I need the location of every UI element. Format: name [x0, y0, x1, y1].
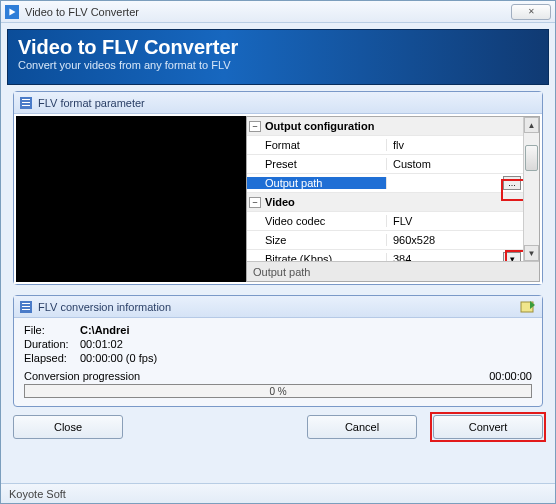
- banner-subtitle: Convert your videos from any format to F…: [18, 59, 538, 71]
- button-row: Close Cancel Convert: [13, 415, 543, 439]
- expander-icon[interactable]: –: [249, 121, 261, 132]
- format-panel-body: – Output configuration Format flv Preset…: [14, 114, 542, 284]
- scroll-up-icon[interactable]: ▲: [524, 117, 539, 133]
- section-label: Output configuration: [263, 120, 403, 132]
- grid-row-video-codec[interactable]: Video codec FLV: [247, 212, 523, 231]
- info-value: 00:01:02: [80, 338, 123, 350]
- status-bar: Koyote Soft: [1, 483, 555, 503]
- grid-value: flv: [387, 139, 523, 151]
- grid-label: Video codec: [247, 215, 387, 227]
- app-window: Video to FLV Converter ✕ Video to FLV Co…: [0, 0, 556, 504]
- format-panel-title: FLV format parameter: [38, 97, 145, 109]
- grid-row-output-path[interactable]: Output path ...: [247, 174, 523, 193]
- property-grid: – Output configuration Format flv Preset…: [246, 116, 540, 282]
- info-row-duration: Duration: 00:01:02: [24, 338, 532, 350]
- highlight-convert: [430, 412, 546, 442]
- grid-footer: Output path: [247, 261, 539, 281]
- grid-value: 960x528: [387, 234, 523, 246]
- panel-header: FLV format parameter: [14, 92, 542, 114]
- info-row-file: File: C:\Andrei: [24, 324, 532, 336]
- conversion-info-panel: FLV conversion information File: C:\Andr…: [13, 295, 543, 407]
- grid-section-output-config[interactable]: – Output configuration: [247, 117, 523, 136]
- info-value: C:\Andrei: [80, 324, 130, 336]
- info-label: Duration:: [24, 338, 80, 350]
- window-close-button[interactable]: ✕: [511, 4, 551, 20]
- cancel-button[interactable]: Cancel: [307, 415, 417, 439]
- grid-label: Output path: [247, 177, 387, 189]
- grid-row-preset[interactable]: Preset Custom: [247, 155, 523, 174]
- scroll-down-icon[interactable]: ▼: [524, 245, 539, 261]
- svg-rect-7: [22, 303, 30, 304]
- highlight-browse: [501, 179, 525, 201]
- scroll-thumb[interactable]: [525, 145, 538, 171]
- section-label: Video: [263, 196, 403, 208]
- grid-label: Preset: [247, 158, 387, 170]
- grid-label: Format: [247, 139, 387, 151]
- svg-rect-4: [22, 102, 30, 103]
- grid-value: FLV: [387, 215, 523, 227]
- format-parameter-panel: FLV format parameter – Output configurat…: [13, 91, 543, 285]
- export-icon[interactable]: [520, 299, 536, 315]
- banner-title: Video to FLV Converter: [18, 36, 538, 59]
- document-icon: [20, 97, 32, 109]
- titlebar: Video to FLV Converter ✕: [1, 1, 555, 23]
- progress-elapsed-time: 00:00:00: [489, 370, 532, 382]
- window-title: Video to FLV Converter: [25, 6, 139, 18]
- grid-row-format[interactable]: Format flv: [247, 136, 523, 155]
- info-label: File:: [24, 324, 80, 336]
- document-icon: [20, 301, 32, 313]
- info-body: File: C:\Andrei Duration: 00:01:02 Elaps…: [14, 318, 542, 406]
- svg-rect-8: [22, 306, 30, 307]
- info-label: Elapsed:: [24, 352, 80, 364]
- expander-icon[interactable]: –: [249, 197, 261, 208]
- info-panel-title: FLV conversion information: [38, 301, 171, 313]
- panel-header: FLV conversion information: [14, 296, 542, 318]
- app-icon: [5, 5, 19, 19]
- grid-scrollbar[interactable]: ▲ ▼: [523, 117, 539, 261]
- banner: Video to FLV Converter Convert your vide…: [7, 29, 549, 85]
- status-text: Koyote Soft: [9, 488, 66, 500]
- progress-bar: 0 %: [24, 384, 532, 398]
- scroll-track[interactable]: [524, 133, 539, 245]
- progress-line: Conversion progression 00:00:00: [24, 370, 532, 382]
- grid-row-size[interactable]: Size 960x528: [247, 231, 523, 250]
- grid-value: Custom: [387, 158, 523, 170]
- close-button[interactable]: Close: [13, 415, 123, 439]
- progress-percent: 0 %: [269, 386, 286, 397]
- grid-section-video[interactable]: – Video: [247, 193, 523, 212]
- svg-rect-3: [22, 99, 30, 100]
- info-value: 00:00:00 (0 fps): [80, 352, 157, 364]
- svg-rect-9: [22, 309, 30, 310]
- progress-label: Conversion progression: [24, 370, 140, 382]
- svg-rect-5: [22, 105, 30, 106]
- grid-label: Size: [247, 234, 387, 246]
- video-preview: [16, 116, 246, 282]
- info-row-elapsed: Elapsed: 00:00:00 (0 fps): [24, 352, 532, 364]
